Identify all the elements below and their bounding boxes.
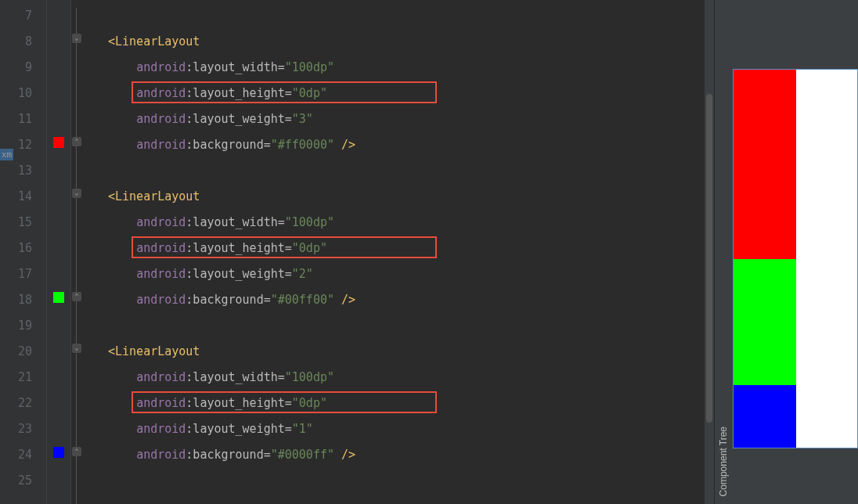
line-number: 20 — [0, 339, 46, 365]
line-number: 22 — [0, 391, 46, 416]
fold-column: ⌄ ⌃ ⌄ ⌃ ⌄ ⌃ — [70, 0, 85, 504]
preview-block-blue — [734, 385, 796, 448]
fold-icon[interactable]: ⌄ — [72, 34, 81, 43]
component-tree-label[interactable]: Component Tree — [715, 419, 732, 504]
fold-icon[interactable]: ⌄ — [72, 344, 81, 353]
line-number: 8 — [0, 29, 46, 55]
line-number: 24 — [0, 442, 46, 468]
preview-block-red — [734, 70, 796, 259]
line-number: 19 — [0, 313, 46, 339]
line-number: 11 — [0, 106, 46, 132]
line-number: 13 — [0, 158, 46, 184]
fold-icon[interactable]: ⌃ — [72, 292, 81, 301]
marker-column — [47, 0, 70, 504]
color-swatch-green[interactable] — [53, 292, 64, 303]
line-number: 21 — [0, 365, 46, 391]
line-number: 14 — [0, 184, 46, 210]
scroll-thumb[interactable] — [706, 94, 712, 423]
preview-block-green — [734, 259, 796, 385]
line-number: 17 — [0, 261, 46, 287]
preview-panel: Component Tree — [714, 0, 858, 504]
line-number: 18 — [0, 287, 46, 313]
editor-scrollbar[interactable] — [705, 0, 714, 504]
fold-icon[interactable]: ⌃ — [72, 447, 81, 456]
line-number: 15 — [0, 210, 46, 236]
line-number: 7 — [0, 3, 46, 29]
line-number-gutter: 7 8 9 10 11 12 13 14 15 16 17 18 19 20 2… — [0, 0, 47, 504]
fold-icon[interactable]: ⌄ — [72, 189, 81, 198]
layout-preview[interactable] — [733, 69, 858, 448]
line-number: 10 — [0, 81, 46, 106]
color-swatch-red[interactable] — [53, 137, 64, 148]
line-number: 16 — [0, 236, 46, 261]
fold-icon[interactable]: ⌃ — [72, 137, 81, 146]
line-number: 25 — [0, 468, 46, 494]
line-number: 23 — [0, 416, 46, 442]
line-number: 9 — [0, 55, 46, 81]
xml-tab[interactable]: xm — [0, 149, 13, 160]
color-swatch-blue[interactable] — [53, 447, 64, 458]
